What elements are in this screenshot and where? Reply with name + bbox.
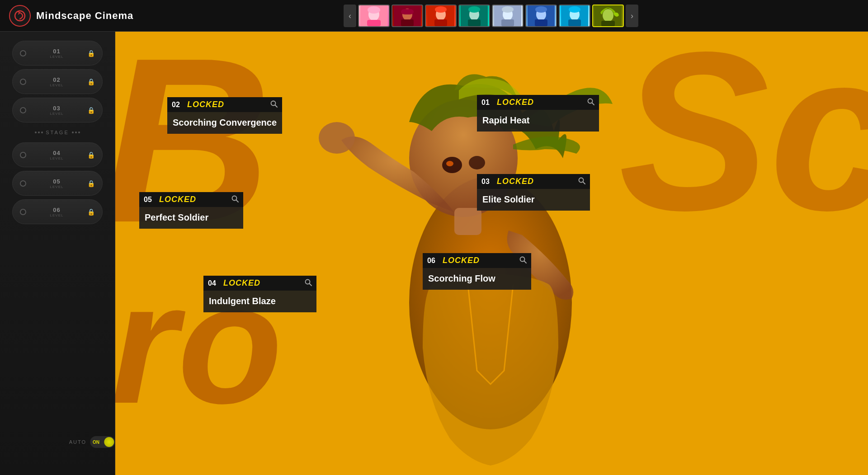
sidebar-label-3: LEVEL	[50, 112, 64, 116]
svg-rect-31	[601, 21, 615, 26]
logo-area: Mindscape Cinema	[0, 5, 133, 27]
svg-rect-7	[401, 19, 414, 26]
svg-point-37	[469, 156, 485, 169]
ep-06-num: 06	[427, 257, 440, 265]
ep-05-title: Perfect Soldier	[139, 207, 243, 229]
sidebar-dot-5	[20, 180, 26, 187]
lock-icon-6: 🔒	[87, 208, 95, 216]
ep-04-header: 04 LOCKED	[203, 276, 316, 291]
char-thumb-6[interactable]	[525, 5, 557, 27]
character-nav: ‹	[344, 5, 638, 27]
episode-card-03[interactable]: 03 LOCKED Elite Soldier	[477, 174, 590, 211]
char-nav-next[interactable]: ›	[626, 5, 638, 27]
ep-04-locked-badge: LOCKED	[223, 278, 302, 288]
sidebar-num-2: 02	[53, 76, 60, 83]
ep-02-locked-badge: LOCKED	[187, 100, 268, 109]
sidebar-dot-6	[20, 209, 26, 215]
sidebar-dot-3	[20, 107, 26, 113]
svg-line-42	[275, 105, 278, 108]
sidebar-num-1: 01	[53, 48, 60, 55]
svg-point-36	[442, 157, 462, 173]
svg-rect-8	[401, 9, 414, 14]
svg-point-20	[502, 6, 514, 13]
ep-03-num: 03	[481, 178, 494, 186]
app-title: Mindscape Cinema	[36, 10, 133, 22]
ep-05-locked-badge: LOCKED	[159, 195, 229, 204]
toggle-on-label: ON	[93, 440, 99, 445]
sidebar-badge-6: 06 LEVEL	[50, 207, 64, 217]
ep-01-locked-badge: LOCKED	[497, 98, 585, 107]
lock-icon-1: 🔒	[87, 50, 95, 57]
logo-icon[interactable]	[9, 5, 31, 27]
ep-02-search-icon[interactable]	[270, 100, 278, 109]
sidebar-dot-1	[20, 50, 26, 56]
main-content: B ro Sc	[115, 32, 868, 475]
sidebar-badge-1: 01 LEVEL	[50, 48, 64, 59]
sidebar-item-level-3[interactable]: 03 LEVEL 🔒	[12, 98, 103, 122]
char-nav-prev[interactable]: ‹	[344, 5, 356, 27]
episode-card-01[interactable]: 01 LOCKED Rapid Heat	[477, 95, 599, 132]
char-thumb-2[interactable]	[392, 5, 423, 27]
svg-rect-23	[535, 19, 547, 26]
sidebar-num-3: 03	[53, 105, 60, 112]
stage-dots-right	[72, 132, 80, 133]
sidebar: 01 LEVEL 🔒 02 LEVEL 🔒 03 LEVEL 🔒 STAGE 0…	[0, 32, 115, 475]
sidebar-label-4: LEVEL	[50, 156, 64, 160]
sidebar-item-level-2[interactable]: 02 LEVEL 🔒	[12, 69, 103, 94]
ep-02-header: 02 LOCKED	[167, 97, 282, 112]
svg-point-38	[446, 161, 453, 166]
svg-rect-35	[454, 208, 481, 235]
svg-point-16	[468, 6, 480, 13]
ep-04-title: Indulgent Blaze	[203, 291, 316, 312]
ep-06-locked-badge: LOCKED	[443, 256, 517, 265]
sidebar-badge-2: 02 LEVEL	[50, 76, 64, 87]
ep-06-title: Scorching Flow	[423, 268, 531, 290]
lock-icon-4: 🔒	[87, 151, 95, 159]
ep-01-search-icon[interactable]	[587, 98, 594, 107]
ep-01-title: Rapid Heat	[477, 110, 599, 132]
svg-point-28	[569, 6, 580, 13]
sidebar-item-level-4[interactable]: 04 LEVEL 🔒	[12, 142, 103, 167]
episode-card-04[interactable]: 04 LOCKED Indulgent Blaze	[203, 276, 316, 312]
auto-toggle-area: AUTO ON	[69, 436, 115, 448]
char-thumb-3[interactable]	[425, 5, 457, 27]
char-thumb-8[interactable]	[592, 5, 624, 27]
svg-line-46	[310, 284, 312, 286]
sidebar-item-level-1[interactable]: 01 LEVEL 🔒	[12, 41, 103, 66]
lock-icon-3: 🔒	[87, 107, 95, 114]
sidebar-item-level-5[interactable]: 05 LEVEL 🔒	[12, 171, 103, 196]
sidebar-item-level-6[interactable]: 06 LEVEL 🔒	[12, 199, 103, 224]
sidebar-num-5: 05	[53, 178, 60, 185]
auto-label: AUTO	[69, 439, 86, 445]
ep-02-num: 02	[172, 101, 184, 109]
svg-rect-19	[501, 19, 514, 26]
episode-card-05[interactable]: 05 LOCKED Perfect Soldier	[139, 192, 243, 229]
svg-point-24	[535, 6, 547, 13]
svg-line-40	[592, 103, 594, 105]
ep-06-header: 06 LOCKED	[423, 253, 531, 268]
sidebar-label-2: LEVEL	[50, 83, 64, 87]
svg-point-32	[409, 176, 572, 429]
sidebar-badge-5: 05 LEVEL	[50, 178, 64, 189]
ep-03-locked-badge: LOCKED	[497, 177, 576, 186]
episode-card-02[interactable]: 02 LOCKED Scorching Convergence	[167, 97, 282, 134]
svg-rect-3	[367, 20, 381, 26]
char-thumb-7[interactable]	[559, 5, 590, 27]
ep-04-search-icon[interactable]	[305, 279, 312, 287]
lock-icon-5: 🔒	[87, 180, 95, 187]
char-thumb-5[interactable]	[492, 5, 524, 27]
sidebar-badge-3: 03 LEVEL	[50, 105, 64, 116]
ep-05-search-icon[interactable]	[231, 195, 239, 204]
ep-01-header: 01 LOCKED	[477, 95, 599, 110]
char-thumb-1[interactable]	[358, 5, 390, 27]
stage-dots-left	[35, 132, 43, 133]
char-thumb-4[interactable]	[458, 5, 490, 27]
ep-05-num: 05	[144, 196, 156, 204]
auto-toggle-pill[interactable]: ON	[90, 436, 115, 448]
ep-06-search-icon[interactable]	[519, 256, 527, 265]
svg-rect-11	[434, 19, 447, 26]
episode-card-06[interactable]: 06 LOCKED Scorching Flow	[423, 253, 531, 290]
sidebar-badge-4: 04 LEVEL	[50, 150, 64, 160]
sidebar-label-1: LEVEL	[50, 55, 64, 59]
ep-03-search-icon[interactable]	[578, 177, 585, 186]
